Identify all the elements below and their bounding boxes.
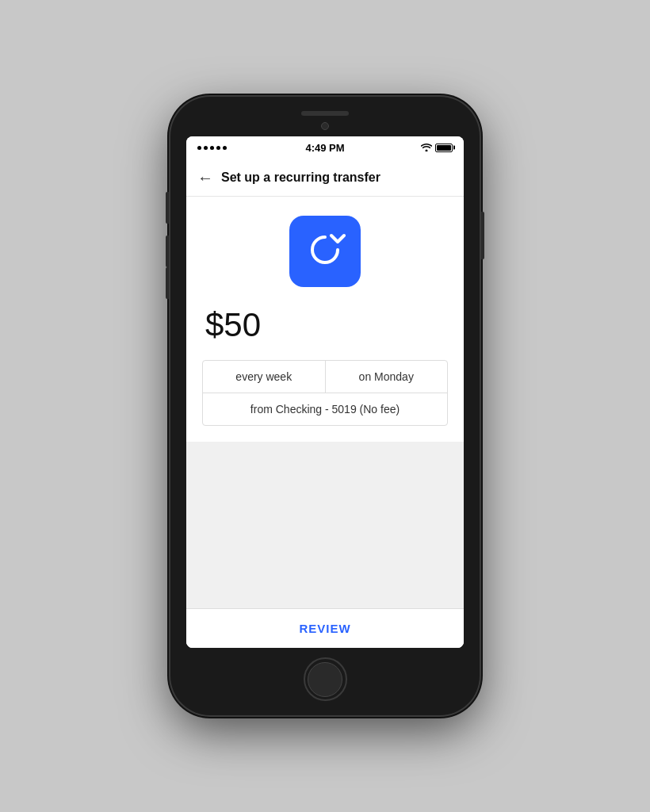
signal-dot-5 xyxy=(223,146,227,150)
screen: 4:49 PM ← Set up a recurring transfer xyxy=(186,136,464,648)
back-button[interactable]: ← xyxy=(197,170,213,186)
account-cell[interactable]: from Checking - 5019 (No fee) xyxy=(203,393,447,425)
content-area: $50 every week on Monday from Checking -… xyxy=(186,197,464,648)
signal-indicators xyxy=(197,146,227,150)
signal-dot-2 xyxy=(204,146,208,150)
review-button[interactable]: REVIEW xyxy=(299,622,350,635)
phone-device: 4:49 PM ← Set up a recurring transfer xyxy=(170,97,480,715)
recurring-transfer-icon xyxy=(304,231,346,272)
status-bar: 4:49 PM xyxy=(186,136,464,159)
home-button-inner xyxy=(308,662,342,697)
signal-dot-4 xyxy=(216,146,220,150)
wifi-icon xyxy=(421,143,432,153)
amount-display: $50 xyxy=(202,306,261,344)
signal-dot-3 xyxy=(210,146,214,150)
account-row: from Checking - 5019 (No fee) xyxy=(203,393,447,425)
battery-fill xyxy=(437,145,451,151)
recurring-icon-wrapper xyxy=(289,216,361,287)
frequency-row: every week on Monday xyxy=(203,361,447,393)
bottom-section: REVIEW xyxy=(186,608,464,648)
signal-dot-1 xyxy=(197,146,201,150)
content-spacer xyxy=(186,442,464,608)
camera xyxy=(321,122,329,130)
speaker xyxy=(301,111,349,116)
day-cell[interactable]: on Monday xyxy=(325,361,448,393)
detail-table: every week on Monday from Checking - 501… xyxy=(202,360,448,426)
app-header: ← Set up a recurring transfer xyxy=(186,159,464,197)
frequency-cell[interactable]: every week xyxy=(203,361,325,393)
home-button[interactable] xyxy=(304,657,347,701)
status-right-icons xyxy=(421,143,453,153)
battery-icon xyxy=(435,144,453,152)
status-time: 4:49 PM xyxy=(305,142,344,154)
page-title: Set up a recurring transfer xyxy=(221,170,453,185)
main-card: $50 every week on Monday from Checking -… xyxy=(186,197,464,442)
